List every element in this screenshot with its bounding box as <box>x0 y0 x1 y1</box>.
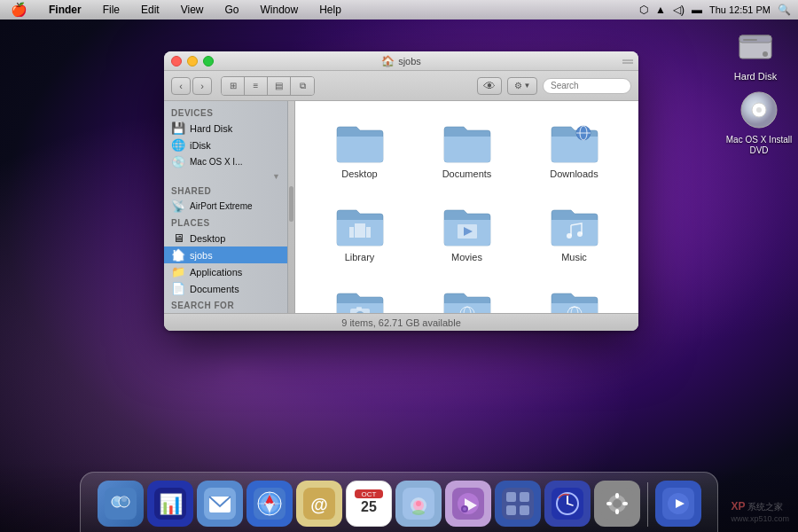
battery-icon[interactable]: ▬ <box>692 4 702 16</box>
svg-point-59 <box>463 507 466 511</box>
dock-item-syspref[interactable] <box>594 481 640 528</box>
sidebar-item-desktop[interactable]: 🖥 Desktop <box>164 230 287 246</box>
maximize-button[interactable] <box>203 56 214 66</box>
dock-item-iphoto[interactable] <box>395 481 442 528</box>
file-label-library: Library <box>345 252 375 262</box>
svg-point-54 <box>416 501 421 506</box>
action-button[interactable]: ⚙ ▼ <box>507 77 537 95</box>
dock-item-safari[interactable] <box>246 481 293 528</box>
spotlight-icon[interactable]: 🔍 <box>778 4 791 16</box>
desktop-icon-hard-disk[interactable]: Hard Disk <box>720 25 791 82</box>
svg-point-71 <box>613 499 622 508</box>
dvd-icon <box>738 89 780 131</box>
menu-view[interactable]: View <box>177 2 207 18</box>
desktop-icon-dvd[interactable]: Mac OS X Install DVD <box>724 89 794 156</box>
file-item-documents[interactable]: Documents <box>417 115 517 184</box>
quick-look-button[interactable]: 👁 <box>477 77 502 95</box>
dock-item-itunes[interactable] <box>445 481 491 528</box>
svg-rect-3 <box>743 39 757 41</box>
file-item-pictures[interactable]: Pictures <box>309 282 410 313</box>
file-item-downloads[interactable]: Downloads <box>524 115 624 184</box>
file-label-downloads: Downloads <box>550 168 598 179</box>
svg-point-18 <box>577 231 583 237</box>
menu-go[interactable]: Go <box>222 2 243 18</box>
cover-flow-button[interactable]: ⧉ <box>291 77 314 95</box>
window-collapse-button[interactable] <box>622 56 633 66</box>
dock-item-ical[interactable]: OCT 25 <box>346 481 392 528</box>
action-chevron: ▼ <box>524 82 531 90</box>
file-item-library[interactable]: Library <box>309 199 410 268</box>
svg-point-6 <box>756 107 762 113</box>
list-view-button[interactable]: ≡ <box>245 77 268 95</box>
sidebar-search-header: SEARCH FOR <box>164 297 287 312</box>
scrollbar-thumb[interactable] <box>289 186 293 222</box>
expand-arrow[interactable]: ▼ <box>164 170 287 183</box>
sidebar-item-hard-disk[interactable]: 💾 Hard Disk <box>164 120 287 137</box>
hard-disk-sidebar-icon: 💾 <box>171 121 185 135</box>
menu-window[interactable]: Window <box>257 2 302 18</box>
dock-item-quicktime[interactable] <box>655 481 701 528</box>
time-machine-dock-icon <box>544 481 591 527</box>
search-input[interactable] <box>543 78 631 94</box>
dock-item-address[interactable]: @ <box>296 481 342 528</box>
sidebar-item-airport[interactable]: 📡 AirPort Extreme <box>164 198 287 215</box>
bluetooth-icon[interactable]: ⬡ <box>639 4 648 16</box>
macos-dvd-icon: 💿 <box>171 155 185 168</box>
folder-icon-downloads <box>550 121 599 165</box>
window-body: DEVICES 💾 Hard Disk 🌐 iDisk 💿 Mac OS X I… <box>164 101 638 313</box>
icon-view-button[interactable]: ⊞ <box>222 77 245 95</box>
window-title-text: sjobs <box>398 56 421 66</box>
file-item-movies[interactable]: Movies <box>417 199 517 268</box>
clock: Thu 12:51 PM <box>709 4 771 15</box>
folder-icon-movies <box>442 204 492 248</box>
forward-button[interactable]: › <box>192 77 212 95</box>
apple-menu[interactable]: 🍎 <box>7 0 31 20</box>
sidebar-desktop-label: Desktop <box>190 233 225 244</box>
iphoto-dock-icon <box>395 481 442 527</box>
menu-edit[interactable]: Edit <box>137 2 163 18</box>
sidebar-item-sjobs[interactable]: 🏠 sjobs <box>164 246 287 263</box>
close-button[interactable] <box>171 56 182 66</box>
menu-help[interactable]: Help <box>316 2 345 18</box>
dock-item-mail[interactable] <box>197 481 243 528</box>
sidebar-scrollbar[interactable] <box>288 101 295 313</box>
wifi-icon[interactable]: ▲ <box>655 4 666 16</box>
idisk-icon: 🌐 <box>171 138 185 152</box>
svg-text:📊: 📊 <box>158 492 183 516</box>
dock-item-dashboard[interactable]: 📊 <box>147 481 193 528</box>
back-button[interactable]: ‹ <box>171 77 191 95</box>
window-titlebar: 🏠 sjobs <box>164 51 638 71</box>
dock-item-timemachine[interactable] <box>544 481 591 528</box>
finder-dock-icon <box>98 481 144 527</box>
mail-dock-icon <box>197 481 243 527</box>
folder-icon-desktop <box>335 121 385 165</box>
sidebar-item-macos[interactable]: 💿 Mac OS X I... <box>164 153 287 170</box>
sidebar-documents-label: Documents <box>190 284 239 294</box>
menubar: 🍎 Finder File Edit View Go Window Help ⬡… <box>0 0 798 20</box>
dock-item-spaces[interactable] <box>495 481 541 528</box>
address-dock-icon: @ <box>296 481 342 527</box>
volume-icon[interactable]: ◁) <box>673 4 685 16</box>
menu-file[interactable]: File <box>99 2 123 18</box>
svg-rect-12 <box>355 223 365 238</box>
dock-item-finder[interactable] <box>98 481 144 528</box>
file-item-desktop[interactable]: Desktop <box>309 115 410 184</box>
spaces-dock-icon <box>495 481 541 527</box>
home-icon: 🏠 <box>381 55 395 67</box>
menu-finder[interactable]: Finder <box>45 2 85 18</box>
file-item-music[interactable]: Music <box>524 199 624 268</box>
column-view-button[interactable]: ▤ <box>268 77 291 95</box>
folder-icon-music <box>550 204 599 248</box>
dock-items: 📊 <box>87 481 712 528</box>
toolbar-nav: ‹ › <box>171 77 212 95</box>
minimize-button[interactable] <box>187 56 198 66</box>
sidebar-item-applications[interactable]: 📁 Applications <box>164 263 287 280</box>
sidebar-macos-label: Mac OS X I... <box>190 157 242 167</box>
file-item-public[interactable]: Public <box>417 282 517 313</box>
sidebar-item-idisk[interactable]: 🌐 iDisk <box>164 137 287 153</box>
file-item-sites[interactable]: Sites <box>524 282 624 313</box>
svg-rect-22 <box>356 307 362 309</box>
sidebar-item-documents[interactable]: 📄 Documents <box>164 280 287 297</box>
dashboard-dock-icon: 📊 <box>147 481 193 527</box>
main-content: Desktop Documents <box>295 101 638 313</box>
